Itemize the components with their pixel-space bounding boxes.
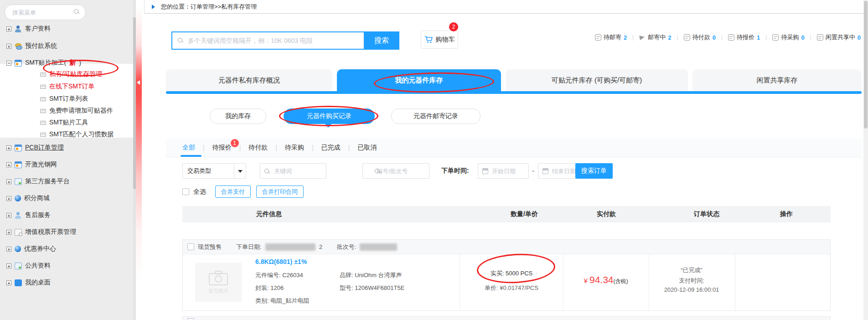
expand-plus-icon[interactable]: + [6,247,11,252]
status-link-label: 待邮寄 [604,33,621,41]
sidebar-item-7[interactable]: SMT贴片工具 [40,118,88,128]
expand-plus-icon[interactable]: + [6,263,11,268]
select-all-checkbox[interactable] [182,188,189,195]
sidebar-search-input[interactable] [12,5,72,19]
status-link-4[interactable]: 待采购0 [772,33,804,41]
sidebar-item-0[interactable]: +客户资料 [6,24,51,34]
mailing-icon [639,34,646,41]
batch-number-input[interactable] [362,163,429,179]
presale-label: 现货预售 [198,243,222,251]
filter-tab-4[interactable]: 已完成 [321,144,341,152]
order-checkbox[interactable] [187,243,194,250]
sidebar-item-9[interactable]: +PCB订单管理 [6,143,64,153]
sidebar-item-label: PCB订单管理 [25,144,64,152]
batch-number-redacted [360,243,397,251]
filter-tab-label: 已取消 [357,144,377,151]
search-button[interactable]: 搜索 [364,31,399,50]
filter-tab-5[interactable]: 已取消 [357,144,377,152]
table-header-4: 操作 [780,210,793,218]
collapse-minus-icon[interactable]: − [6,61,11,66]
sidebar-item-15[interactable]: +优惠券中心 [6,244,56,254]
cart-button[interactable]: 购物车 [421,31,458,49]
expand-plus-icon[interactable]: + [6,162,11,167]
sidebar-item-2[interactable]: −SMT贴片加工( 新) [6,58,81,68]
sidebar-item-16[interactable]: +公共资料 [6,261,51,271]
sidebar-item-17[interactable]: +我的桌面 [6,278,51,288]
component-search-input[interactable] [188,32,356,49]
order-checkbox[interactable] [187,318,194,320]
filter-tabs-band: 全部|待报价1|待付款|待采购|已完成|已取消 [166,138,862,157]
status-link-5[interactable]: 闲置共享中0 [817,33,861,41]
leaf-icon [40,97,46,101]
transaction-type-select[interactable]: 交易类型 [182,163,246,179]
table-header-2: 实付款 [597,210,616,218]
tab-label: 我的元器件库存 [395,76,443,85]
sidebar-search[interactable] [5,5,86,20]
search-icon [74,9,80,15]
expand-plus-icon[interactable]: + [6,196,11,201]
expand-plus-icon[interactable]: + [6,44,11,49]
order-status: “已完成” [681,266,703,274]
search-orders-button[interactable]: 搜索订单 [575,163,613,179]
filter-separator: | [275,144,277,151]
breadcrumb-arrow-icon [152,5,155,9]
sidebar-item-label: 预付款系统 [25,42,57,50]
breadcrumb: 您的位置：订单管理>>私有库存管理 [161,0,257,13]
filter-tab-label: 待报价 [212,144,232,151]
breadcrumb-bar: 您的位置：订单管理>>私有库存管理 [144,0,863,14]
sidebar-collapse-handle[interactable] [136,0,142,320]
subtab-label: 元器件邮寄记录 [413,112,458,120]
purchase-wait-icon [772,34,779,41]
part-title-link[interactable]: 6.8KΩ(6801) ±1% [255,258,307,265]
collapse-left-icon [137,80,140,85]
status-link-2[interactable]: 待付款0 [684,33,716,41]
status-link-label: 邮寄中 [648,33,666,41]
public-icon [15,263,22,269]
sidebar-item-13[interactable]: +售后服务 [6,210,51,220]
tab-1[interactable]: 我的元器件库存 [337,69,501,91]
subtab-0[interactable]: 我的库存 [210,108,266,124]
part-field: 品牌: UniOhm 台湾厚声 [340,271,402,279]
sidebar-item-6[interactable]: 免费申请增加可贴器件 [40,106,113,116]
expand-plus-icon[interactable]: + [6,230,11,235]
tab-0[interactable]: 元器件私有库存概况 [166,69,332,91]
sidebar-item-14[interactable]: +增值税票开票管理 [6,227,76,237]
tab-2[interactable]: 可贴元件库存 (可购买/可邮寄) [506,69,688,91]
status-link-3[interactable]: 待报价1 [728,33,760,41]
sidebar-item-5[interactable]: SMT订单列表 [40,94,88,104]
expand-plus-icon[interactable]: + [6,179,11,184]
expand-plus-icon[interactable]: + [6,26,11,31]
page-scrollbar-thumb[interactable] [864,1,868,129]
sidebar-item-3[interactable]: 私有/可贴库存管理 [40,69,102,79]
status-link-1[interactable]: 邮寄中2 [639,33,671,41]
filter-active-underline [181,155,202,157]
sidebar-item-11[interactable]: +第三方服务平台 [6,176,70,186]
status-link-0[interactable]: 待邮寄2 [595,33,627,41]
status-link-count: 2 [668,34,671,41]
sidebar-item-8[interactable]: SMT匹配个人习惯数据 [40,129,114,139]
expand-plus-icon[interactable]: + [6,145,11,150]
merge-print-contract-button[interactable]: 合并打印合同 [256,186,304,198]
sidebar-item-12[interactable]: +积分商城 [6,193,50,203]
filter-tab-0[interactable]: 全部 [182,144,195,152]
subtab-2[interactable]: 元器件邮寄记录 [391,108,480,124]
filter-tab-3[interactable]: 待采购 [285,144,304,152]
tab-3[interactable]: 闲置共享库存 [692,69,862,91]
sidebar-item-10[interactable]: +开激光钢网 [6,160,57,170]
subtab-1[interactable]: 元器件购买记录 [284,108,375,124]
expand-plus-icon[interactable]: + [6,280,11,285]
filter-tab-label: 待采购 [285,144,304,151]
chevron-down-icon [234,164,246,178]
filter-tab-1[interactable]: 待报价1 [212,144,232,152]
pay-time-label: 支付时间: [679,277,704,285]
filter-tab-2[interactable]: 待付款 [248,144,268,152]
page-scrollbar[interactable] [863,0,868,320]
sidebar-item-4[interactable]: 在线下SMT订单 [40,82,95,92]
steel-icon [15,161,22,168]
expand-plus-icon[interactable]: + [6,213,11,218]
sidebar-item-label: 售后服务 [25,211,51,219]
merge-pay-button[interactable]: 合并支付 [215,186,251,198]
filter-tab-label: 待付款 [248,144,268,151]
part-field: 型号: 1206W4F6801T5E [340,284,404,292]
sidebar-item-1[interactable]: +预付款系统 [6,41,57,51]
